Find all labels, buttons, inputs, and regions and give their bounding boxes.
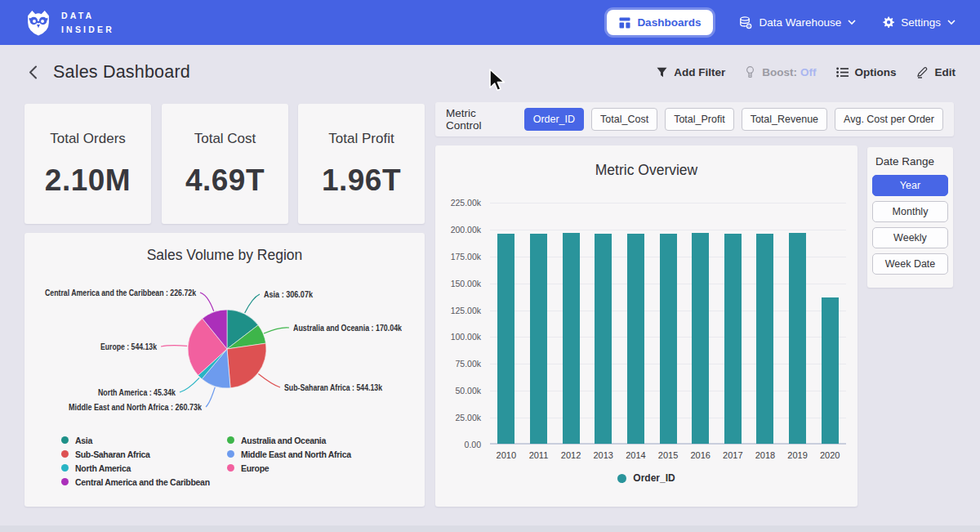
x-axis-tick-label: 2014 (620, 450, 653, 460)
y-axis-tick-label: 50.00k (435, 386, 481, 396)
legend-dot (61, 464, 69, 472)
bar-chart-plot[interactable] (490, 203, 846, 445)
date-range-weekly-button[interactable]: Weekly (872, 227, 948, 248)
legend-item[interactable]: Central America and the Caribbean (61, 476, 227, 487)
bar-2018[interactable] (756, 234, 773, 444)
funnel-icon (657, 67, 667, 78)
boost-toggle[interactable]: Boost: Off (745, 66, 816, 78)
bar-2020[interactable] (822, 297, 839, 444)
x-axis-tick-label: 2011 (523, 450, 555, 460)
pie-legend: AsiaSub-Saharan AfricaNorth AmericaCentr… (61, 435, 351, 487)
kpi-label: Total Orders (50, 131, 126, 147)
edit-button[interactable]: Edit (916, 66, 956, 78)
top-nav: DATA INSIDER Dashboards (0, 0, 980, 45)
legend-item[interactable]: Sub-Saharan Africa (61, 449, 227, 459)
x-axis-tick-label: 2015 (652, 450, 684, 460)
x-axis-tick-label: 2013 (587, 450, 620, 460)
bar-chart-title: Metric Overview (435, 162, 858, 179)
legend-dot (227, 464, 234, 472)
legend-dot (61, 478, 69, 485)
legend-label: Central America and the Caribbean (75, 477, 210, 487)
kpi-total-profit: Total Profit 1.96T (298, 104, 425, 224)
date-range-monthly-button[interactable]: Monthly (872, 201, 948, 222)
brand-name: DATA INSIDER (61, 9, 114, 36)
metric-option-total-profit[interactable]: Total_Profit (665, 108, 734, 131)
page-title: Sales Dashboard (53, 62, 190, 83)
y-axis-tick-label: 0.00 (435, 440, 481, 449)
pie-label: Sub-Saharan Africa : 544.13k (284, 382, 382, 392)
pie-callout-line (180, 378, 199, 392)
kpi-label: Total Profit (328, 131, 394, 147)
bar-chart-legend-item[interactable]: Order_ID (435, 472, 858, 484)
bar-2019[interactable] (789, 233, 806, 444)
y-axis-tick-label: 175.00k (435, 252, 481, 262)
legend-item[interactable]: North America (61, 463, 227, 473)
y-axis-tick-label: 150.00k (435, 279, 481, 288)
bar-2013[interactable] (595, 234, 612, 444)
sales-dashboard-app: DATA INSIDER Dashboards (0, 0, 980, 532)
metric-option-total-revenue[interactable]: Total_Revenue (742, 108, 827, 131)
bar-2010[interactable] (497, 234, 514, 444)
owl-logo-icon (24, 9, 52, 37)
kpi-value: 1.96T (322, 163, 401, 198)
date-range-week-date-button[interactable]: Week Date (872, 253, 948, 275)
x-axis-tick-label: 2019 (782, 450, 814, 460)
add-filter-button[interactable]: Add Filter (657, 66, 725, 78)
legend-item[interactable]: Asia (61, 435, 227, 445)
date-range-label: Date Range (875, 155, 948, 168)
chevron-down-icon (947, 20, 956, 25)
legend-label: Europe (241, 463, 269, 473)
x-axis: 2010201120122013201420152016201720182019… (490, 450, 846, 460)
x-axis-tick-label: 2017 (716, 450, 749, 460)
legend-item[interactable]: Europe (227, 463, 351, 473)
gridline (490, 203, 846, 203)
header-actions: Add Filter Boost: Off (657, 66, 956, 78)
options-button[interactable]: Options (836, 66, 897, 78)
bar-2017[interactable] (724, 234, 742, 444)
nav-data-warehouse-button[interactable]: Data Warehouse (739, 16, 856, 29)
nav-dashboards-button[interactable]: Dashboards (607, 10, 713, 35)
legend-item[interactable]: Australia and Oceania (227, 435, 351, 445)
balloon-icon (745, 66, 755, 78)
kpi-total-orders: Total Orders 2.10M (24, 104, 151, 224)
date-range-panel: Date Range Year Monthly Weekly Week Date (867, 147, 953, 288)
pie-legend-column: Australia and OceaniaMiddle East and Nor… (227, 435, 351, 487)
y-axis-tick-label: 200.00k (435, 225, 481, 235)
metric-option-total-cost[interactable]: Total_Cost (591, 108, 657, 131)
pie-callout-line (264, 328, 289, 333)
metric-option-avg-cost-per-order[interactable]: Avg. Cost per Order (835, 108, 943, 131)
nav-data-warehouse-label: Data Warehouse (759, 16, 841, 29)
y-axis-tick-label: 125.00k (435, 306, 481, 315)
pie-callout-line (161, 346, 187, 346)
database-icon (739, 16, 752, 29)
date-range-year-button[interactable]: Year (872, 175, 948, 196)
bar-2012[interactable] (563, 233, 580, 444)
bar-2011[interactable] (530, 234, 547, 444)
y-axis-tick-label: 75.00k (435, 359, 481, 369)
bar-2016[interactable] (692, 233, 709, 444)
back-button[interactable] (24, 63, 42, 82)
pie-label: Asia : 306.07k (264, 289, 313, 299)
dashboard-grid-icon (619, 17, 630, 29)
legend-dot (227, 450, 234, 458)
y-axis-tick-label: 25.00k (435, 413, 481, 422)
legend-dot (617, 474, 626, 483)
pie-slice-2[interactable] (227, 343, 266, 388)
pie-label: Central America and the Caribbean : 226.… (45, 288, 196, 297)
pie-label: Europe : 544.13k (100, 342, 157, 351)
bar-2014[interactable] (627, 234, 644, 444)
footer-strip (0, 525, 980, 532)
pie-chart[interactable]: Asia : 306.07kAustralia and Oceania : 17… (24, 274, 425, 437)
nav-settings-button[interactable]: Settings (882, 16, 956, 29)
metric-option-order-id[interactable]: Order_ID (524, 108, 584, 131)
pie-label: North America : 45.34k (98, 387, 176, 397)
brand-logo[interactable]: DATA INSIDER (24, 9, 114, 37)
sales-volume-by-region-card: Sales Volume by Region Asia : 306.07kAus… (24, 233, 425, 507)
pie-label: Middle East and North Africa : 260.73k (69, 402, 202, 412)
bar-2015[interactable] (660, 234, 677, 444)
legend-item[interactable]: Middle East and North Africa (227, 449, 351, 459)
legend-dot (61, 450, 69, 458)
y-axis-tick-label: 100.00k (435, 332, 481, 342)
legend-label: Sub-Saharan Africa (75, 449, 150, 459)
kpi-value: 2.10M (45, 163, 131, 198)
